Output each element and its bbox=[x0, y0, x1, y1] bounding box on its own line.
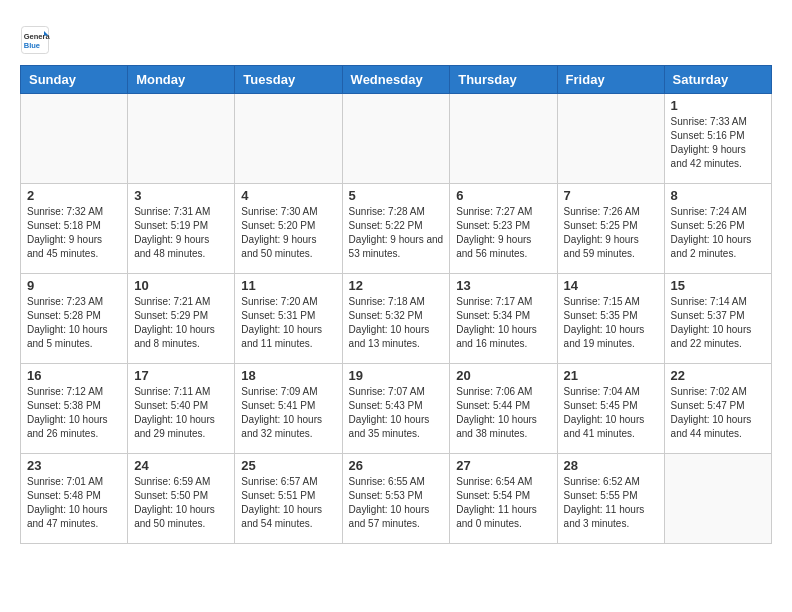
calendar-cell: 9Sunrise: 7:23 AM Sunset: 5:28 PM Daylig… bbox=[21, 274, 128, 364]
day-number: 1 bbox=[671, 98, 765, 113]
calendar-cell bbox=[342, 94, 450, 184]
calendar-cell: 19Sunrise: 7:07 AM Sunset: 5:43 PM Dayli… bbox=[342, 364, 450, 454]
day-info: Sunrise: 6:57 AM Sunset: 5:51 PM Dayligh… bbox=[241, 475, 335, 531]
day-info: Sunrise: 6:59 AM Sunset: 5:50 PM Dayligh… bbox=[134, 475, 228, 531]
logo: General Blue bbox=[20, 25, 52, 55]
calendar-cell bbox=[128, 94, 235, 184]
calendar-cell: 23Sunrise: 7:01 AM Sunset: 5:48 PM Dayli… bbox=[21, 454, 128, 544]
day-info: Sunrise: 7:21 AM Sunset: 5:29 PM Dayligh… bbox=[134, 295, 228, 351]
logo-icon: General Blue bbox=[20, 25, 50, 55]
day-number: 21 bbox=[564, 368, 658, 383]
calendar-cell: 3Sunrise: 7:31 AM Sunset: 5:19 PM Daylig… bbox=[128, 184, 235, 274]
day-number: 16 bbox=[27, 368, 121, 383]
day-info: Sunrise: 7:15 AM Sunset: 5:35 PM Dayligh… bbox=[564, 295, 658, 351]
calendar-table: SundayMondayTuesdayWednesdayThursdayFrid… bbox=[20, 65, 772, 544]
calendar-cell: 11Sunrise: 7:20 AM Sunset: 5:31 PM Dayli… bbox=[235, 274, 342, 364]
col-header-thursday: Thursday bbox=[450, 66, 557, 94]
svg-text:General: General bbox=[24, 32, 50, 41]
calendar-cell bbox=[664, 454, 771, 544]
svg-text:Blue: Blue bbox=[24, 41, 40, 50]
col-header-friday: Friday bbox=[557, 66, 664, 94]
day-info: Sunrise: 7:27 AM Sunset: 5:23 PM Dayligh… bbox=[456, 205, 550, 261]
day-info: Sunrise: 7:01 AM Sunset: 5:48 PM Dayligh… bbox=[27, 475, 121, 531]
day-number: 2 bbox=[27, 188, 121, 203]
calendar-cell: 25Sunrise: 6:57 AM Sunset: 5:51 PM Dayli… bbox=[235, 454, 342, 544]
calendar-cell: 20Sunrise: 7:06 AM Sunset: 5:44 PM Dayli… bbox=[450, 364, 557, 454]
calendar-cell: 7Sunrise: 7:26 AM Sunset: 5:25 PM Daylig… bbox=[557, 184, 664, 274]
day-info: Sunrise: 7:30 AM Sunset: 5:20 PM Dayligh… bbox=[241, 205, 335, 261]
col-header-saturday: Saturday bbox=[664, 66, 771, 94]
day-info: Sunrise: 6:52 AM Sunset: 5:55 PM Dayligh… bbox=[564, 475, 658, 531]
day-number: 18 bbox=[241, 368, 335, 383]
day-number: 12 bbox=[349, 278, 444, 293]
calendar-cell: 28Sunrise: 6:52 AM Sunset: 5:55 PM Dayli… bbox=[557, 454, 664, 544]
day-info: Sunrise: 7:04 AM Sunset: 5:45 PM Dayligh… bbox=[564, 385, 658, 441]
day-number: 10 bbox=[134, 278, 228, 293]
calendar-cell: 5Sunrise: 7:28 AM Sunset: 5:22 PM Daylig… bbox=[342, 184, 450, 274]
col-header-tuesday: Tuesday bbox=[235, 66, 342, 94]
day-info: Sunrise: 7:07 AM Sunset: 5:43 PM Dayligh… bbox=[349, 385, 444, 441]
day-number: 17 bbox=[134, 368, 228, 383]
calendar-cell: 4Sunrise: 7:30 AM Sunset: 5:20 PM Daylig… bbox=[235, 184, 342, 274]
calendar-cell: 8Sunrise: 7:24 AM Sunset: 5:26 PM Daylig… bbox=[664, 184, 771, 274]
page-header: General Blue bbox=[20, 20, 772, 55]
day-info: Sunrise: 7:20 AM Sunset: 5:31 PM Dayligh… bbox=[241, 295, 335, 351]
week-row-1: 1Sunrise: 7:33 AM Sunset: 5:16 PM Daylig… bbox=[21, 94, 772, 184]
week-row-3: 9Sunrise: 7:23 AM Sunset: 5:28 PM Daylig… bbox=[21, 274, 772, 364]
calendar-cell: 2Sunrise: 7:32 AM Sunset: 5:18 PM Daylig… bbox=[21, 184, 128, 274]
day-info: Sunrise: 7:33 AM Sunset: 5:16 PM Dayligh… bbox=[671, 115, 765, 171]
col-header-monday: Monday bbox=[128, 66, 235, 94]
day-info: Sunrise: 7:14 AM Sunset: 5:37 PM Dayligh… bbox=[671, 295, 765, 351]
day-number: 28 bbox=[564, 458, 658, 473]
day-number: 9 bbox=[27, 278, 121, 293]
calendar-cell bbox=[557, 94, 664, 184]
day-number: 15 bbox=[671, 278, 765, 293]
week-row-4: 16Sunrise: 7:12 AM Sunset: 5:38 PM Dayli… bbox=[21, 364, 772, 454]
calendar-cell: 22Sunrise: 7:02 AM Sunset: 5:47 PM Dayli… bbox=[664, 364, 771, 454]
day-info: Sunrise: 7:12 AM Sunset: 5:38 PM Dayligh… bbox=[27, 385, 121, 441]
day-info: Sunrise: 7:31 AM Sunset: 5:19 PM Dayligh… bbox=[134, 205, 228, 261]
calendar-cell bbox=[450, 94, 557, 184]
calendar-cell: 18Sunrise: 7:09 AM Sunset: 5:41 PM Dayli… bbox=[235, 364, 342, 454]
day-number: 23 bbox=[27, 458, 121, 473]
day-info: Sunrise: 7:32 AM Sunset: 5:18 PM Dayligh… bbox=[27, 205, 121, 261]
calendar-cell: 13Sunrise: 7:17 AM Sunset: 5:34 PM Dayli… bbox=[450, 274, 557, 364]
calendar-cell bbox=[235, 94, 342, 184]
day-info: Sunrise: 7:06 AM Sunset: 5:44 PM Dayligh… bbox=[456, 385, 550, 441]
day-info: Sunrise: 7:23 AM Sunset: 5:28 PM Dayligh… bbox=[27, 295, 121, 351]
calendar-cell: 27Sunrise: 6:54 AM Sunset: 5:54 PM Dayli… bbox=[450, 454, 557, 544]
day-info: Sunrise: 7:24 AM Sunset: 5:26 PM Dayligh… bbox=[671, 205, 765, 261]
calendar-cell: 21Sunrise: 7:04 AM Sunset: 5:45 PM Dayli… bbox=[557, 364, 664, 454]
day-number: 7 bbox=[564, 188, 658, 203]
day-info: Sunrise: 7:11 AM Sunset: 5:40 PM Dayligh… bbox=[134, 385, 228, 441]
col-header-wednesday: Wednesday bbox=[342, 66, 450, 94]
day-number: 24 bbox=[134, 458, 228, 473]
day-number: 4 bbox=[241, 188, 335, 203]
day-info: Sunrise: 7:26 AM Sunset: 5:25 PM Dayligh… bbox=[564, 205, 658, 261]
day-info: Sunrise: 6:54 AM Sunset: 5:54 PM Dayligh… bbox=[456, 475, 550, 531]
day-info: Sunrise: 7:17 AM Sunset: 5:34 PM Dayligh… bbox=[456, 295, 550, 351]
day-number: 25 bbox=[241, 458, 335, 473]
day-number: 5 bbox=[349, 188, 444, 203]
calendar-cell: 17Sunrise: 7:11 AM Sunset: 5:40 PM Dayli… bbox=[128, 364, 235, 454]
week-row-5: 23Sunrise: 7:01 AM Sunset: 5:48 PM Dayli… bbox=[21, 454, 772, 544]
calendar-cell: 1Sunrise: 7:33 AM Sunset: 5:16 PM Daylig… bbox=[664, 94, 771, 184]
day-number: 3 bbox=[134, 188, 228, 203]
calendar-cell bbox=[21, 94, 128, 184]
calendar-cell: 16Sunrise: 7:12 AM Sunset: 5:38 PM Dayli… bbox=[21, 364, 128, 454]
calendar-cell: 26Sunrise: 6:55 AM Sunset: 5:53 PM Dayli… bbox=[342, 454, 450, 544]
calendar-cell: 15Sunrise: 7:14 AM Sunset: 5:37 PM Dayli… bbox=[664, 274, 771, 364]
col-header-sunday: Sunday bbox=[21, 66, 128, 94]
week-row-2: 2Sunrise: 7:32 AM Sunset: 5:18 PM Daylig… bbox=[21, 184, 772, 274]
calendar-cell: 12Sunrise: 7:18 AM Sunset: 5:32 PM Dayli… bbox=[342, 274, 450, 364]
day-number: 19 bbox=[349, 368, 444, 383]
day-number: 22 bbox=[671, 368, 765, 383]
day-number: 8 bbox=[671, 188, 765, 203]
calendar-header-row: SundayMondayTuesdayWednesdayThursdayFrid… bbox=[21, 66, 772, 94]
day-number: 27 bbox=[456, 458, 550, 473]
day-info: Sunrise: 7:18 AM Sunset: 5:32 PM Dayligh… bbox=[349, 295, 444, 351]
day-number: 11 bbox=[241, 278, 335, 293]
day-number: 14 bbox=[564, 278, 658, 293]
calendar-cell: 10Sunrise: 7:21 AM Sunset: 5:29 PM Dayli… bbox=[128, 274, 235, 364]
day-number: 20 bbox=[456, 368, 550, 383]
